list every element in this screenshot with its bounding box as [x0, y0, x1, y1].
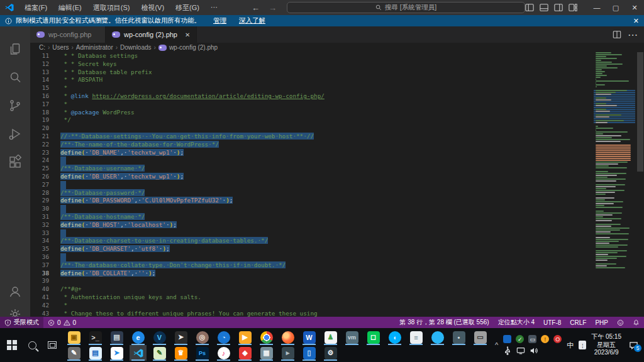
more-actions-icon[interactable]: ⋯ — [628, 29, 638, 41]
menu-item-5[interactable]: 移至(G) — [170, 2, 204, 14]
tray-antivirus-green-tray[interactable]: ✓ — [516, 335, 524, 343]
taskbar-app-vmware-workstation[interactable]: vm — [343, 329, 360, 345]
menu-item-4[interactable]: 檢視(V) — [136, 2, 169, 14]
restricted-mode-status[interactable]: 受限模式 — [0, 317, 43, 328]
taskbar-app-command-prompt[interactable]: >_ — [87, 329, 104, 345]
taskbar-app-editplus-app[interactable]: ✎ — [151, 345, 168, 361]
breadcrumb-item-2[interactable]: Users — [52, 44, 69, 51]
taskbar-app-usb-lock-app[interactable]: • — [450, 329, 467, 345]
activity-bar-source-control[interactable] — [0, 93, 30, 118]
tab-close-icon[interactable]: ✕ — [185, 31, 190, 38]
taskbar-app-teams-call-app[interactable]: ◖ — [386, 329, 403, 345]
activity-bar-explorer[interactable] — [0, 36, 30, 62]
taskbar-app-dark-files-app[interactable]: ▸ — [279, 345, 296, 361]
tab-wp-config-2-php[interactable]: wp-config (2).php✕ — [106, 26, 197, 43]
taskbar-app-cuteftp-bird-app[interactable]: ➤ — [108, 345, 125, 361]
problems-status[interactable]: 0 0 — [43, 317, 80, 328]
banner-manage-link[interactable]: 管理 — [213, 16, 226, 25]
activity-bar-search[interactable] — [0, 65, 30, 90]
taskbar-app-invoice-doc-app[interactable]: ▤ — [87, 345, 104, 361]
activity-bar-account[interactable] — [0, 279, 30, 304]
banner-close-icon[interactable]: ✕ — [633, 17, 639, 25]
taskbar-app-settings-gear-app[interactable]: ⚙ — [322, 345, 339, 361]
taskbar-app-chrome-browser[interactable] — [258, 329, 275, 345]
taskbar-app-firefox-browser[interactable] — [279, 329, 296, 345]
feedback-smiley-icon[interactable] — [613, 317, 628, 328]
banner-learn-more-link[interactable]: 深入了解 — [239, 16, 265, 25]
taskbar-app-itunes[interactable]: ♪ — [215, 345, 232, 361]
taskbar-app-file-explorer[interactable]: ▣ — [65, 329, 82, 345]
taskbar-app-photo-plane-app[interactable]: ➤ — [172, 329, 189, 345]
taskbar-app-notepad-window[interactable]: ▤ — [108, 329, 125, 345]
task-view-button[interactable] — [43, 328, 62, 362]
breadcrumb-item-4[interactable]: Downloads — [120, 44, 151, 51]
taskbar-app-printer-app[interactable]: ▭ — [472, 329, 489, 345]
breadcrumb-item-1[interactable]: C: — [39, 44, 45, 51]
taskbar-app-gom-crown-app[interactable]: ♛ — [172, 345, 189, 361]
nav-forward-button[interactable]: → — [269, 3, 277, 13]
ime-language-indicator[interactable]: 中 — [567, 341, 574, 350]
activity-bar-run-debug[interactable] — [0, 121, 30, 146]
taskbar-app-pc-manager-app[interactable]: ▦ — [258, 345, 275, 361]
search-icon — [8, 70, 23, 85]
cursor-position-status[interactable]: 第 38 行，第 28 欄 (已選取 556) — [395, 317, 493, 328]
tray-cloud-warning-tray[interactable]: ! — [541, 335, 549, 343]
action-center-button[interactable]: 5 — [626, 338, 640, 352]
taskbar-app-contact-green-app[interactable]: ♟ — [322, 329, 339, 345]
display-icon[interactable] — [516, 346, 525, 355]
start-button[interactable] — [3, 328, 21, 362]
taskbar-app-vscode[interactable] — [130, 345, 147, 361]
menu-item-2[interactable]: 編輯(E) — [53, 2, 87, 14]
window-maximize-button[interactable]: ▢ — [606, 0, 625, 15]
breadcrumb-item-3[interactable]: Administrator — [76, 44, 113, 51]
editor-scrollbar[interactable] — [636, 52, 644, 317]
encoding-status[interactable]: UTF-8 — [539, 317, 565, 328]
taskbar-search-button[interactable] — [23, 328, 42, 362]
taskbar-app-disc-burner[interactable]: ◎ — [194, 329, 211, 345]
taskbar-app-stylus-pen-app[interactable]: ✎ — [65, 345, 82, 361]
volume-icon[interactable] — [530, 346, 538, 355]
scrollbar-slider[interactable] — [637, 52, 643, 172]
taskbar-app-ie-browser[interactable]: e — [130, 329, 147, 345]
taskbar-app-backup-tower-app[interactable]: ▯ — [301, 345, 318, 361]
language-mode-status[interactable]: PHP — [591, 317, 613, 328]
tray-screen-share-tray[interactable]: ▭ — [528, 335, 536, 343]
taskbar-app-blue-dot-app[interactable] — [429, 329, 446, 345]
toggle-panel-icon[interactable] — [540, 3, 548, 12]
nav-back-button[interactable]: ← — [252, 3, 260, 13]
taskbar-app-globe-disc-app[interactable]: ◔ — [215, 329, 232, 345]
menu-item-6[interactable]: ⋯ — [206, 2, 223, 14]
window-minimize-button[interactable]: — — [587, 0, 606, 15]
toggle-secondary-sidebar-icon[interactable] — [554, 3, 563, 12]
taskbar-app-red-utility-app[interactable]: ◆ — [236, 345, 253, 361]
tray-security-red-tray[interactable]: O — [553, 335, 562, 343]
taskbar-clock[interactable]: 下午 05:15 星期五 2023/6/9 — [591, 333, 621, 357]
taskbar-app-mail-check-app[interactable]: V — [151, 329, 168, 345]
tray-security-lock-tray[interactable] — [503, 335, 511, 343]
menu-item-1[interactable]: 檔案(F) — [19, 2, 52, 14]
hidden-icons-chevron[interactable]: ^ — [495, 341, 498, 349]
taskbar-app-notes-app[interactable]: ≡ — [408, 329, 425, 345]
code-line-27: 27 — [30, 181, 594, 189]
breadcrumb-item-5[interactable]: wp-config (2).php — [169, 44, 218, 51]
line-content: * — [49, 302, 67, 310]
split-editor-icon[interactable] — [613, 30, 621, 39]
code-editor[interactable]: 11 * * Database settings12 * * Secret ke… — [30, 52, 644, 317]
eol-status[interactable]: CRLF — [565, 317, 591, 328]
menu-item-3[interactable]: 選取項目(S) — [88, 2, 135, 14]
activity-bar-extensions[interactable] — [0, 150, 30, 175]
minimap[interactable] — [594, 52, 635, 317]
taskbar-app-word[interactable]: W — [301, 329, 318, 345]
taskbar-app-media-player[interactable]: ▶ — [236, 329, 253, 345]
tab-size-status[interactable]: 定位點大小 4 — [494, 317, 539, 328]
ime-mode-icon[interactable]: ¦ — [579, 341, 586, 349]
customize-layout-icon[interactable] — [569, 3, 577, 12]
window-close-button[interactable]: ✕ — [625, 0, 644, 15]
taskbar-app-line-messenger[interactable]: ◻ — [365, 329, 382, 345]
notifications-bell-icon[interactable] — [628, 317, 644, 328]
command-center-search[interactable]: 搜尋 [系統管理員] — [287, 2, 525, 13]
usb-icon[interactable] — [503, 346, 512, 355]
taskbar-app-photoshop[interactable]: Ps — [194, 345, 211, 361]
toggle-sidebar-icon[interactable] — [525, 3, 534, 12]
tab-wp-config-php[interactable]: wp-config.php — [30, 26, 106, 43]
